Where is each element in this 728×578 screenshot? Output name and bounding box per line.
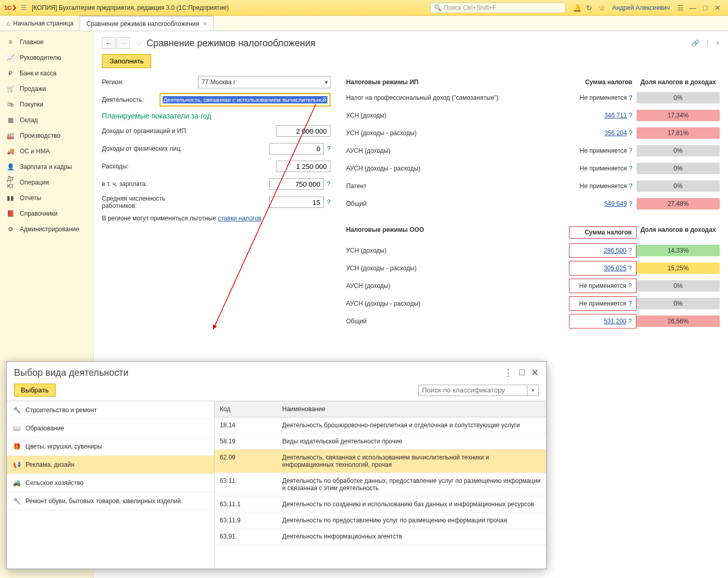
help-icon[interactable]: ? [629, 200, 632, 207]
regime-name: АУСН (доходы - расходы) [346, 300, 569, 307]
sidebar-item-hr[interactable]: 👤Зарплата и кадры [0, 159, 93, 175]
help-icon[interactable]: ? [628, 300, 632, 307]
choose-button[interactable]: Выбрать [14, 384, 56, 397]
na-text: Не применяется [579, 300, 627, 307]
window-settings-icon[interactable]: ☰ [674, 4, 686, 12]
sum-link[interactable]: 286 500 [604, 247, 626, 254]
category-item[interactable]: 🔧Ремонт обуви, бытовых товаров, ювелирны… [7, 492, 214, 510]
tabbar: ⌂ Начальная страница Сравнение режимов н… [0, 16, 728, 31]
global-search[interactable]: 🔍 Поиск Ctrl+Shift+F [430, 3, 565, 13]
income-org-input[interactable] [276, 125, 330, 137]
expenses-input[interactable] [276, 161, 330, 172]
history-icon[interactable]: ↻ [583, 4, 595, 12]
sidebar-item-sales[interactable]: 🛒Продажи [0, 81, 93, 97]
fill-button[interactable]: Заполнить [102, 54, 151, 68]
link-icon[interactable]: 🔗 [692, 40, 699, 47]
menu-icon[interactable]: ☰ [21, 4, 27, 11]
rates-link[interactable]: ставки налогов [218, 215, 261, 222]
dialog-maximize-icon[interactable]: □ [519, 367, 525, 378]
expenses-label: Расходы: [102, 163, 198, 170]
sidebar-item-label: Зарплата и кадры [20, 163, 72, 170]
code-row[interactable]: 58.19Виды издательской деятельности проч… [215, 434, 546, 450]
ellipsis-icon[interactable]: ⋯ [321, 96, 327, 103]
sidebar-item-label: ОС и НМА [20, 148, 50, 155]
sidebar-item-assets[interactable]: 🚚ОС и НМА [0, 143, 93, 159]
close-page-icon[interactable]: × [716, 40, 720, 47]
category-item[interactable]: 🎁Цветы, игрушки, сувениры [7, 438, 214, 456]
sidebar-item-label: Операции [20, 179, 49, 186]
category-item[interactable]: 📖Образование [7, 419, 214, 438]
sidebar-item-warehouse[interactable]: ▦Склад [0, 112, 93, 128]
salary-input[interactable] [269, 178, 324, 190]
dialog-close-icon[interactable]: ✕ [531, 367, 539, 378]
sum-link[interactable]: 346 711 [604, 112, 627, 119]
category-label: Строительство и ремонт [25, 406, 97, 414]
star-icon[interactable]: ☆ [595, 4, 608, 12]
help-icon[interactable]: ? [629, 94, 632, 101]
forward-button[interactable]: → [116, 37, 130, 49]
sum-link[interactable]: 356 204 [604, 129, 627, 137]
help-icon[interactable]: ? [629, 147, 632, 154]
sum-cell: Не применяется? [569, 182, 637, 190]
help-icon[interactable]: ? [628, 282, 632, 290]
truck-icon: 🚚 [5, 148, 16, 155]
help-icon[interactable]: ? [628, 265, 632, 272]
code-row[interactable]: 63.11Деятельность по обработке данных, п… [215, 473, 546, 496]
classifier-search[interactable] [418, 385, 527, 396]
income-ind-input[interactable] [269, 143, 324, 154]
activity-dialog: Выбор вида деятельности ⋮ □ ✕ Выбрать × … [6, 361, 547, 569]
activity-select[interactable]: Деятельность, связанная с использованием… [160, 93, 330, 107]
help-icon[interactable]: ? [629, 129, 632, 137]
help-icon[interactable]: ? [628, 318, 632, 325]
dialog-more-icon[interactable]: ⋮ [504, 367, 513, 378]
bell-icon[interactable]: 🔔 [571, 4, 583, 12]
close-icon[interactable]: ✕ [711, 4, 724, 12]
sidebar-item-purchases[interactable]: 🛍Покупки [0, 97, 93, 112]
code-row[interactable]: 63.11.1Деятельность по созданию и исполь… [215, 496, 546, 513]
region-select[interactable]: 77 Москва г ▾ [198, 76, 330, 88]
table-row: УСН (доходы - расходы)305 025?15,25% [346, 259, 720, 277]
help-icon[interactable]: ? [327, 199, 330, 206]
sidebar-item-manager[interactable]: 📈Руководителю [0, 50, 93, 65]
help-icon[interactable]: ? [629, 165, 632, 172]
more-icon[interactable]: ⋮ [705, 40, 711, 47]
headcount-input[interactable] [269, 196, 324, 208]
back-button[interactable]: ← [102, 37, 115, 49]
code-cell: 18.14 [215, 417, 277, 433]
sum-header: Сумма налогов [569, 78, 637, 86]
code-row[interactable]: 63.11.9Деятельность по предоставлению ус… [215, 513, 546, 529]
tab-compare[interactable]: Сравнение режимов налогообложения × [80, 16, 214, 31]
maximize-icon[interactable]: □ [699, 4, 711, 12]
help-icon[interactable]: ? [327, 145, 330, 152]
share-cell: 0% [637, 92, 720, 103]
sidebar-item-reports[interactable]: ▮▮Отчеты [0, 190, 93, 206]
help-icon[interactable]: ? [629, 112, 632, 119]
minimize-icon[interactable]: — [686, 4, 699, 12]
sidebar-item-admin[interactable]: ⚙Администрирование [0, 221, 93, 237]
sidebar-item-refs[interactable]: 📕Справочники [0, 206, 93, 221]
category-item[interactable]: 🔨Строительство и ремонт [7, 401, 214, 419]
sum-link[interactable]: 305 025 [604, 265, 626, 272]
window-title: [КОПИЯ] Бухгалтерия предприятия, редакци… [32, 4, 229, 11]
clear-search-icon[interactable]: × [527, 385, 539, 396]
help-icon[interactable]: ? [327, 180, 330, 188]
sum-link[interactable]: 549 649 [604, 200, 627, 207]
sidebar-item-bank[interactable]: ₽Банк и касса [0, 65, 93, 81]
tab-home[interactable]: ⌂ Начальная страница [0, 16, 80, 31]
category-item[interactable]: 📢Реклама, дизайн [7, 456, 214, 474]
code-row[interactable]: 63.91Деятельность информационных агентст… [215, 529, 546, 545]
sidebar-item-label: Продажи [20, 85, 46, 93]
tab-close-icon[interactable]: × [203, 20, 207, 28]
category-item[interactable]: 🚜Сельское хозяйство [7, 474, 214, 492]
help-icon[interactable]: ? [628, 247, 632, 254]
sidebar-item-operations[interactable]: ДтКтОперации [0, 175, 93, 190]
help-icon[interactable]: ? [629, 182, 632, 190]
sidebar-item-main[interactable]: ≡Главное [0, 34, 93, 50]
sum-link[interactable]: 531 200 [604, 318, 626, 325]
code-row[interactable]: 18.14Деятельность брошюровочно-переплетн… [215, 417, 546, 434]
share-bar: 0% [637, 280, 720, 292]
code-row[interactable]: 62.09Деятельность, связанная с использов… [215, 450, 546, 473]
sidebar-item-production[interactable]: 🏭Производство [0, 128, 93, 143]
user-name[interactable]: Андрей Алексеевич [612, 4, 670, 11]
favorite-icon[interactable]: ☆ [135, 38, 142, 48]
